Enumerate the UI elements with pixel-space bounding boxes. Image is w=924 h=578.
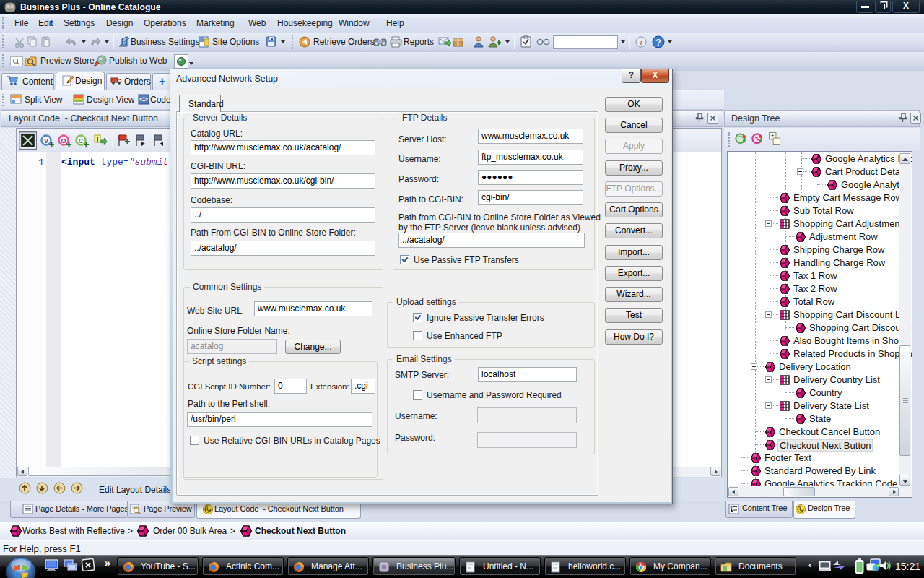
- svg-text:?: ?: [655, 38, 661, 48]
- svg-text:<>: <>: [139, 95, 148, 103]
- svg-text:O: O: [61, 137, 66, 144]
- svg-text:C: C: [79, 137, 84, 144]
- svg-text:I: I: [97, 136, 99, 143]
- svg-text:V: V: [44, 137, 48, 144]
- svg-text:i: i: [640, 38, 642, 46]
- svg-text:−: −: [775, 138, 778, 145]
